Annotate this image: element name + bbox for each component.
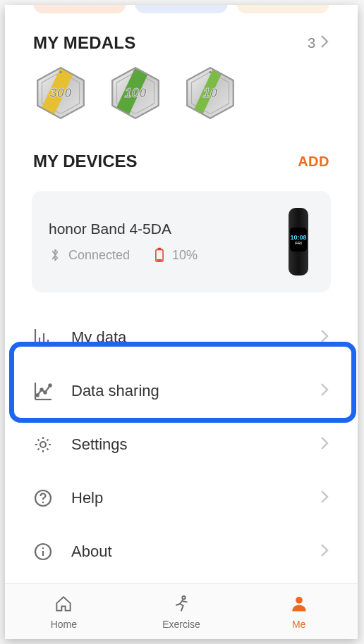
previous-section-peek [5, 5, 358, 13]
svg-point-30 [44, 391, 46, 393]
chevron-right-icon [320, 35, 329, 52]
app-screen: MY MEDALS 3 [5, 5, 358, 639]
svg-point-28 [36, 394, 38, 396]
device-status: Connected [68, 248, 130, 263]
device-battery: 10% [172, 248, 198, 263]
svg-point-34 [42, 502, 44, 503]
menu-label: Help [71, 489, 103, 507]
menu-item-data-sharing[interactable]: Data sharing [5, 364, 358, 418]
svg-point-37 [42, 547, 44, 549]
svg-point-38 [182, 596, 185, 599]
svg-point-39 [296, 596, 303, 603]
menu-label: About [71, 543, 112, 561]
medals-count: 3 [308, 35, 315, 51]
my-devices-header: MY DEVICES ADD [5, 151, 358, 171]
svg-point-29 [40, 388, 42, 390]
info-icon [33, 542, 59, 562]
device-card[interactable]: honor Band 4-5DA Connected 10% [32, 191, 331, 292]
medal-300[interactable]: 300 [33, 66, 88, 120]
scroll-content[interactable]: MY MEDALS 3 [5, 5, 358, 583]
svg-text:100: 100 [124, 85, 147, 100]
menu-item-my-data[interactable]: My data [5, 311, 358, 364]
bar-chart-icon [33, 328, 59, 347]
chevron-right-icon [320, 489, 329, 507]
battery-low-icon [154, 247, 165, 263]
add-device-button[interactable]: ADD [298, 154, 329, 170]
gear-icon [33, 435, 59, 454]
medal-10[interactable]: 10 [183, 66, 238, 120]
svg-point-11 [134, 71, 136, 73]
device-image: 10:08 FRI [283, 208, 314, 275]
tab-label: Home [51, 619, 77, 630]
device-name: honor Band 4-5DA [49, 221, 198, 237]
line-chart-icon [33, 381, 59, 401]
svg-point-5 [59, 71, 61, 73]
device-meta: Connected 10% [49, 247, 198, 263]
chevron-right-icon [320, 382, 329, 400]
chevron-right-icon [320, 435, 329, 454]
tab-me[interactable]: Me [240, 584, 358, 639]
menu-label: Settings [71, 435, 128, 454]
svg-rect-20 [157, 259, 162, 261]
chevron-right-icon [320, 328, 329, 347]
menu-list: My data Data sharing [5, 311, 358, 578]
svg-point-32 [40, 442, 46, 447]
menu-item-settings[interactable]: Settings [5, 418, 358, 471]
svg-point-17 [209, 71, 211, 73]
tab-exercise[interactable]: Exercise [123, 584, 241, 639]
person-icon [289, 594, 310, 616]
my-medals-header[interactable]: MY MEDALS 3 [5, 33, 358, 53]
chevron-right-icon [320, 543, 329, 561]
my-medals-more[interactable]: 3 [308, 35, 329, 52]
svg-text:300: 300 [49, 85, 72, 100]
home-icon [53, 594, 74, 616]
device-info: honor Band 4-5DA Connected 10% [49, 221, 198, 263]
tab-label: Me [292, 619, 305, 630]
menu-label: Data sharing [71, 382, 159, 400]
help-icon [33, 488, 59, 508]
bluetooth-icon [49, 247, 61, 263]
menu-item-about[interactable]: About [5, 525, 358, 578]
svg-point-31 [49, 384, 51, 386]
bottom-tab-bar: Home Exercise Me [5, 583, 358, 639]
medals-row: 300 100 [5, 53, 358, 120]
tab-label: Exercise [162, 619, 200, 630]
tab-home[interactable]: Home [5, 584, 123, 639]
menu-label: My data [71, 328, 126, 347]
my-devices-title: MY DEVICES [33, 151, 138, 171]
menu-item-help[interactable]: Help [5, 471, 358, 525]
my-medals-title: MY MEDALS [33, 33, 135, 53]
medal-100[interactable]: 100 [108, 66, 163, 120]
svg-text:10: 10 [203, 85, 218, 100]
running-icon [171, 594, 192, 616]
